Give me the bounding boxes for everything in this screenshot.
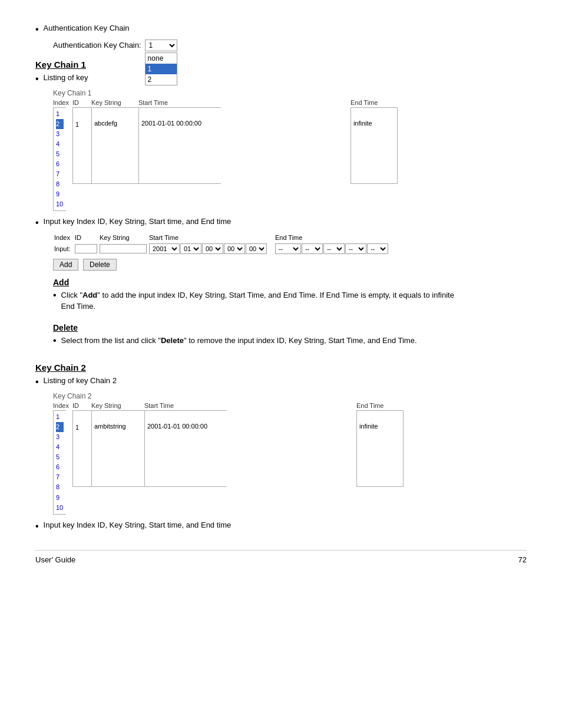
kc2-keystring-cell: ambitstring [91,410,144,514]
delete-section-heading: Delete [53,323,527,332]
end-sel-2[interactable]: -- [302,243,323,254]
bullet-dot-add: • [53,289,57,302]
kc2-index-7[interactable]: 7 [56,472,64,482]
input-endtime-spacer [268,242,274,255]
auth-option-1-item[interactable]: 1 [146,64,177,74]
bullet-dot-kc1-input: • [35,217,39,229]
kc2-index-8[interactable]: 8 [56,482,64,492]
kc2-input-label: Input key Index ID, Key String, Start ti… [44,521,232,529]
kc2-index-3[interactable]: 3 [56,432,64,442]
auth-dropdown-container: none 1 2 none 1 2 [145,39,177,51]
start-min-select[interactable]: 00 [224,243,245,254]
bullet-dot-kc2-input: • [35,521,39,533]
kc2-table-wrapper: Index ID Key String Start Time End Time … [53,402,527,514]
auth-keychain-row: Authentication Key Chain: none 1 2 none … [53,39,527,51]
kc1-index-1[interactable]: 1 [56,109,64,119]
kc1-table: Index ID Key String Start Time End Time … [53,99,398,211]
kc2-index-2[interactable]: 2 [56,422,64,432]
input-id-field[interactable] [75,244,97,253]
end-time-group: -- -- -- -- -- [275,243,388,254]
kc1-col-id: ID [72,99,91,107]
end-sel-1[interactable]: -- [275,243,301,254]
kc1-endtime-value: infinite [353,120,395,127]
kc1-index-6[interactable]: 6 [56,159,64,169]
auth-field-label: Authentication Key Chain: [53,39,141,51]
kc2-starttime-box: 2001-01-01 00:00:00 [144,410,227,487]
kc2-index-list[interactable]: 1 2 3 4 5 6 7 8 9 10 [53,410,66,514]
auth-dropdown-open: none 1 2 [145,52,177,85]
kc2-col-id: ID [72,402,91,410]
kc1-table-label: Key Chain 1 [53,89,527,97]
start-hour-select[interactable]: 00 [202,243,223,254]
kc1-index-9[interactable]: 9 [56,189,64,199]
delete-section-bullet: • Select from the list and click "Delete… [53,335,527,351]
kc2-table: Index ID Key String Start Time End Time … [53,402,404,514]
footer: User' Guide 72 [35,550,527,564]
start-day-select[interactable]: 01 [180,243,201,254]
auth-keychain-select[interactable]: none 1 2 [145,39,177,51]
kc1-input-table-wrapper: Index ID Key String Start Time End Time … [53,233,527,255]
kc1-index-7[interactable]: 7 [56,169,64,179]
input-col-spacer [268,233,274,242]
kc2-index-10[interactable]: 10 [56,503,64,513]
kc2-index-5[interactable]: 5 [56,452,64,462]
add-button[interactable]: Add [53,259,78,271]
delete-button[interactable]: Delete [83,259,117,271]
kc1-index-4[interactable]: 4 [56,139,64,149]
kc1-starttime-cell: 2001-01-01 00:00:00 [138,107,233,211]
kc2-col-spacer [239,402,356,410]
footer-guide-label: User' Guide [35,555,75,564]
kc1-index-8[interactable]: 8 [56,179,64,189]
kc1-index-list[interactable]: 1 2 3 4 5 6 7 8 9 10 [53,107,66,211]
end-sel-4[interactable]: -- [345,243,366,254]
kc2-index-1[interactable]: 1 [56,412,64,422]
kc2-id-entry-2: 1 [75,423,89,433]
auth-keychain-bullet: • Authentication Key Chain [35,24,527,36]
kc1-index-3[interactable]: 3 [56,129,64,139]
input-id-cell [74,242,98,255]
start-sec-select[interactable]: 00 [246,243,267,254]
kc2-listing-bullet: • Listing of key Chain 2 [35,376,527,388]
kc1-col-endtime-label: End Time [351,99,398,107]
input-keystring-field[interactable] [100,244,147,253]
kc1-col-keystring: Key String [91,99,138,107]
kc1-input-table: Index ID Key String Start Time End Time … [53,233,389,255]
auth-option-2-item[interactable]: 2 [146,74,177,85]
bullet-dot-kc2: • [35,376,39,388]
key-chain-2-heading: Key Chain 2 [35,363,527,373]
footer-page-number: 72 [518,555,527,564]
kc2-index-6[interactable]: 6 [56,462,64,472]
input-endtime-cell: -- -- -- -- -- [274,242,389,255]
input-col-keystring-label: Key String [98,233,148,242]
add-section-heading: Add [53,278,527,287]
start-year-select[interactable]: 2001 01 [149,243,180,254]
input-starttime-cell: 2001 01 01 00 00 00 [148,242,268,255]
kc2-endtime-value: infinite [359,423,401,430]
kc2-input-bullet: • Input key Index ID, Key String, Start … [35,521,527,533]
kc2-id-box: 1 [72,410,91,487]
kc2-col-endtime-label: End Time [356,402,404,410]
kc1-input-label: Input key Index ID, Key String, Start ti… [44,217,232,226]
kc1-index-5[interactable]: 5 [56,149,64,159]
kc1-id-entry-2: 1 [75,120,89,130]
start-time-group: 2001 01 01 00 00 00 [149,243,267,254]
kc2-endtime-cell: infinite [356,410,404,514]
kc1-col-endtime [233,99,351,107]
kc1-endtime-cell: infinite [351,107,398,211]
kc1-input-bullet: • Input key Index ID, Key String, Start … [35,217,527,229]
delete-section-description: Select from the list and click "Delete" … [61,335,417,347]
bullet-dot-kc1: • [35,73,39,85]
input-keystring-cell [98,242,148,255]
kc2-id-cell: 1 [72,410,91,514]
kc2-index-9[interactable]: 9 [56,493,64,503]
add-delete-row: Add Delete [53,259,527,271]
end-sel-5[interactable]: -- [367,243,388,254]
auth-option-none-item[interactable]: none [146,53,177,64]
end-sel-3[interactable]: -- [323,243,345,254]
kc1-index-10[interactable]: 10 [56,199,64,209]
kc2-table-label: Key Chain 2 [53,392,527,400]
kc1-index-2[interactable]: 2 [56,119,64,129]
kc2-index-4[interactable]: 4 [56,442,64,452]
input-col-index-label: Index [53,233,74,242]
bullet-dot: • [35,24,39,36]
